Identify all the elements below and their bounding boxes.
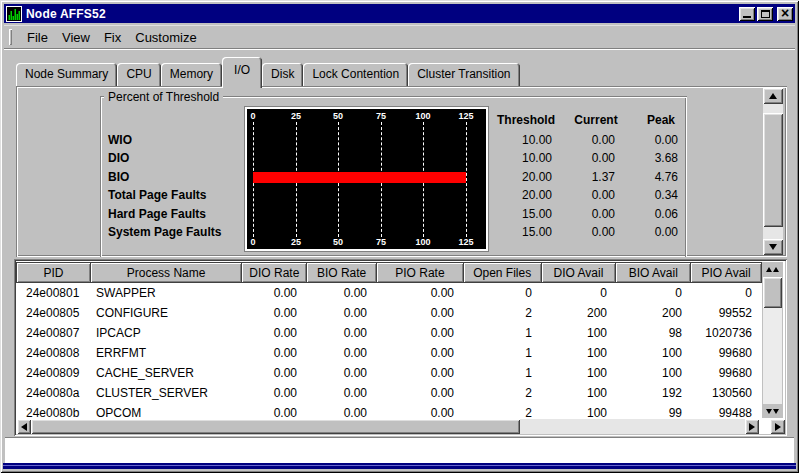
hpf-threshold: 15.00 [488, 206, 552, 222]
tab-io[interactable]: I/O [222, 57, 262, 88]
tab-cluster-transition[interactable]: Cluster Transition [408, 63, 519, 86]
scroll-down-button[interactable] [763, 239, 783, 255]
column-header-peak: Peak [632, 113, 690, 127]
value-row-bio: 20.001.374.76 [488, 169, 694, 185]
app-window: Node AFFS52 × File View Fix Customize No… [0, 0, 799, 473]
tab-lock-contention[interactable]: Lock Contention [303, 63, 408, 86]
metric-label-system-page-faults: System Page Faults [108, 224, 221, 240]
table-row[interactable]: 24e00801SWAPPER0.000.000.000000 [16, 283, 762, 303]
scroll-left-button[interactable] [17, 419, 31, 434]
column-header-process-name[interactable]: Process Name [91, 263, 243, 282]
app-icon [6, 6, 22, 22]
dio-peak: 3.68 [615, 150, 678, 166]
bottom-separator [3, 463, 796, 469]
metric-label-dio: DIO [108, 150, 129, 166]
title-bar[interactable]: Node AFFS52 × [4, 4, 795, 23]
scroll-up-button[interactable] [762, 262, 783, 276]
table-row[interactable]: 24e00809CACHE_SERVER0.000.000.0011001009… [16, 363, 762, 383]
right-arrow-icon [775, 423, 781, 431]
spf-peak: 0.00 [615, 224, 678, 240]
minimize-icon [743, 16, 751, 18]
table-row[interactable]: 24e00808ERRFMT0.000.000.00110010099680 [16, 343, 762, 363]
bio-threshold: 20.00 [488, 169, 552, 185]
value-row-wio: 10.000.000.00 [488, 132, 694, 148]
column-header-bio-avail[interactable]: BIO Avail [616, 263, 691, 282]
column-header-open-files[interactable]: Open Files [464, 263, 542, 282]
down-arrow-icon [773, 409, 779, 414]
table-row[interactable]: 24e0080bOPCOM0.000.000.0021009999488 [16, 403, 762, 419]
scroll-down-button[interactable] [762, 404, 783, 418]
table-row[interactable]: 24e0080aCLUSTER_SERVER0.000.000.00210019… [16, 383, 762, 403]
scroll-track[interactable] [763, 308, 782, 404]
value-row-hard-page-faults: 15.000.000.06 [488, 206, 694, 222]
scroll-thumb[interactable] [31, 419, 520, 434]
scroll-right-button[interactable] [745, 419, 759, 434]
menu-customize[interactable]: Customize [128, 28, 203, 47]
dio-current: 0.00 [552, 150, 615, 166]
tab-node-summary[interactable]: Node Summary [16, 63, 117, 86]
metric-label-bio: BIO [108, 169, 129, 185]
column-header-current: Current [566, 113, 626, 127]
close-button[interactable]: × [777, 7, 793, 21]
maximize-icon [761, 10, 770, 18]
metric-label-wio: WIO [108, 132, 132, 148]
up-arrow-icon [766, 267, 772, 272]
spf-current: 0.00 [552, 224, 615, 240]
menu-view[interactable]: View [55, 28, 97, 47]
table-row[interactable]: 24e00805CONFIGURE0.000.000.0022002009955… [16, 303, 762, 323]
column-header-threshold: Threshold [492, 113, 560, 127]
hpf-current: 0.00 [552, 206, 615, 222]
corner-scroll-right-button[interactable] [770, 419, 785, 434]
process-table-pane: PID Process Name DIO Rate BIO Rate PIO R… [14, 259, 787, 436]
tab-disk[interactable]: Disk [262, 63, 303, 86]
bio-peak: 4.76 [615, 169, 678, 185]
value-row-system-page-faults: 15.000.000.00 [488, 224, 694, 240]
right-arrow-icon [749, 423, 755, 431]
tab-bar: Node Summary CPU Memory I/O Disk Lock Co… [16, 57, 520, 88]
scroll-thumb[interactable] [763, 113, 783, 227]
threshold-bar [253, 172, 466, 183]
table-horizontal-scrollbar[interactable] [17, 419, 759, 434]
menu-file[interactable]: File [20, 28, 55, 47]
dio-threshold: 10.00 [488, 150, 552, 166]
window-title: Node AFFS52 [26, 7, 739, 21]
status-area [5, 437, 794, 463]
table-vertical-scrollbar[interactable] [762, 262, 783, 418]
column-header-bio-rate[interactable]: BIO Rate [307, 263, 377, 282]
up-arrow-icon [769, 93, 777, 99]
minimize-button[interactable] [739, 7, 755, 21]
left-arrow-icon [21, 423, 27, 431]
up-arrow-icon [773, 267, 779, 272]
wio-peak: 0.00 [615, 132, 678, 148]
tab-cpu[interactable]: CPU [117, 63, 160, 86]
tab-memory[interactable]: Memory [161, 63, 222, 86]
spf-threshold: 15.00 [488, 224, 552, 240]
column-header-dio-avail[interactable]: DIO Avail [542, 263, 617, 282]
hpf-peak: 0.06 [615, 206, 678, 222]
menu-grip[interactable] [9, 29, 12, 45]
down-arrow-icon [769, 244, 777, 250]
tpf-current: 0.00 [552, 187, 615, 203]
titlebar-buttons: × [739, 7, 793, 21]
table-body: 24e00801SWAPPER0.000.000.000000 24e00805… [16, 283, 762, 419]
scroll-up-button[interactable] [763, 88, 783, 104]
percent-threshold-title: Percent of Threshold [104, 90, 223, 104]
column-header-dio-rate[interactable]: DIO Rate [242, 263, 307, 282]
table-header: PID Process Name DIO Rate BIO Rate PIO R… [16, 262, 762, 283]
close-icon: × [781, 7, 789, 19]
table-row[interactable]: 24e00807IPCACP0.000.000.001100981020736 [16, 323, 762, 343]
threshold-bar-chart: 00 2525 5050 7575 100100 125125 [245, 107, 488, 251]
column-header-pio-avail[interactable]: PIO Avail [691, 263, 761, 282]
column-header-pio-rate[interactable]: PIO Rate [377, 263, 464, 282]
io-summary-panel: Percent of Threshold WIO DIO BIO Total P… [16, 86, 787, 257]
down-arrow-icon [766, 409, 772, 414]
menu-fix[interactable]: Fix [97, 28, 128, 47]
column-header-pid[interactable]: PID [17, 263, 91, 282]
summary-vertical-scrollbar[interactable] [763, 88, 783, 255]
menu-bar: File View Fix Customize [4, 25, 795, 49]
metric-label-total-page-faults: Total Page Faults [108, 187, 206, 203]
value-row-dio: 10.000.003.68 [488, 150, 694, 166]
scroll-thumb[interactable] [763, 277, 782, 308]
tpf-peak: 0.34 [615, 187, 678, 203]
maximize-button[interactable] [757, 7, 773, 21]
